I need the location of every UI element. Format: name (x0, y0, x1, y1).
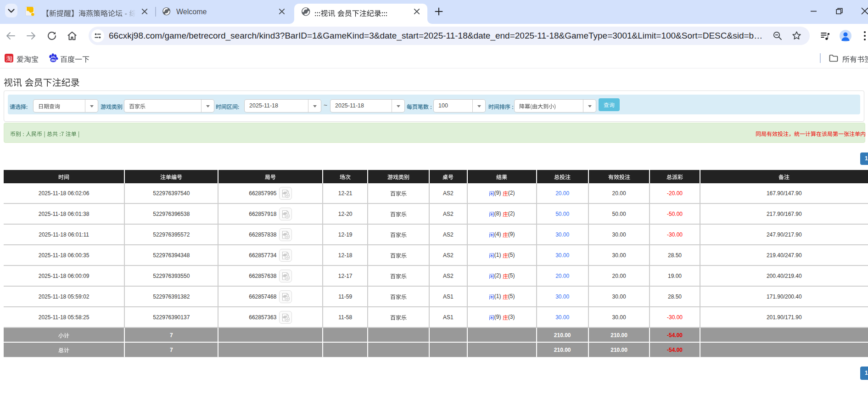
svg-text:du: du (51, 58, 56, 62)
